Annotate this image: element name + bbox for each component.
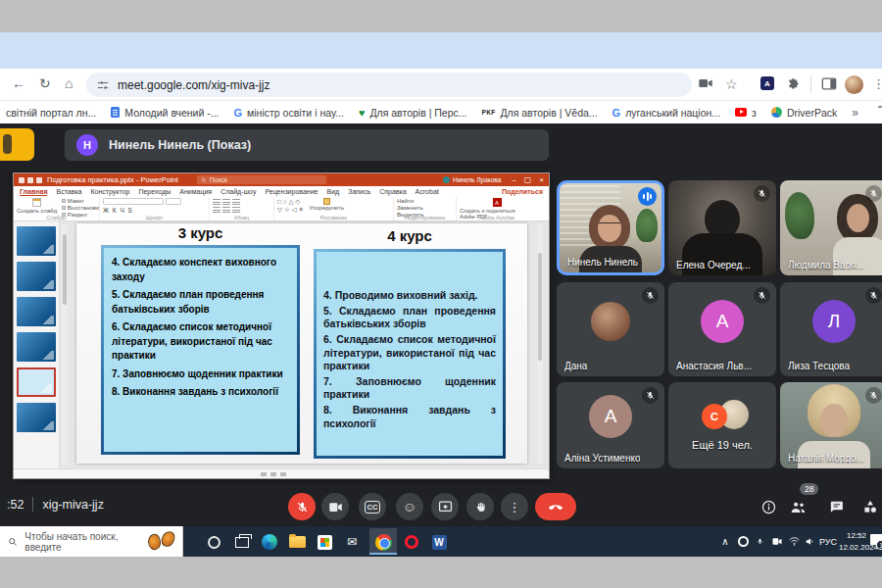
home-icon[interactable]: ⌂ (65, 76, 73, 90)
opera-icon[interactable] (402, 532, 421, 552)
participant-tile[interactable]: Дана (557, 282, 664, 376)
ppt-maximize-button[interactable]: ▢ (524, 175, 532, 184)
participants-panel-icon[interactable] (786, 495, 809, 518)
layout-button[interactable]: Макет (62, 198, 100, 204)
list-icon[interactable] (222, 207, 230, 213)
slide-thumbnail[interactable] (17, 332, 56, 362)
font-size-box[interactable] (166, 198, 181, 205)
ppt-tab-view[interactable]: Вид (327, 188, 340, 195)
ppt-tab-insert[interactable]: Вставка (56, 188, 81, 195)
ppt-tab-slideshow[interactable]: Слайд-шоу (220, 188, 256, 195)
chrome-icon[interactable] (373, 532, 393, 552)
shapes-gallery[interactable]: □ ○ △ ◇ ▽ ☆ ◁ ✳ (277, 198, 304, 214)
bookmarks-overflow-icon[interactable]: » (852, 106, 858, 120)
ppt-tab-review[interactable]: Рецензирование (265, 188, 318, 195)
participant-tile[interactable]: А Аліна Устименко (557, 382, 664, 468)
font-style-buttons[interactable]: Ж К Ч S (103, 207, 206, 214)
find-button[interactable]: Найти (397, 198, 453, 204)
adobe-extension-icon[interactable]: A (760, 76, 774, 90)
camera-in-use-icon[interactable] (698, 76, 713, 90)
bookmark-item[interactable]: Молодий вчений -... (111, 107, 219, 119)
more-options-icon[interactable]: ⋮ (501, 493, 528, 520)
ppt-search-box[interactable]: Поиск (197, 175, 326, 184)
file-explorer-icon[interactable] (287, 532, 307, 552)
task-view-icon[interactable] (232, 532, 252, 552)
slide-thumbnail-selected[interactable] (17, 368, 56, 397)
camera-toggle-button[interactable] (321, 493, 349, 520)
tray-network-icon[interactable] (786, 526, 803, 557)
comments-icon[interactable] (270, 472, 276, 476)
participant-tile[interactable]: А Анастасия Льв... (668, 282, 776, 376)
captions-button[interactable]: CC (359, 493, 386, 520)
bookmark-star-icon[interactable]: ☆ (725, 76, 738, 92)
slide-thumbnail[interactable] (17, 262, 56, 291)
ppt-account[interactable]: Нинель Лракова (443, 176, 501, 183)
bookmark-item[interactable]: DriverPack (771, 107, 837, 119)
ppt-tab-animations[interactable]: Анимация (179, 188, 212, 195)
activities-icon[interactable] (858, 495, 882, 518)
yellow-side-tab[interactable] (0, 128, 34, 161)
bookmark-item[interactable]: PKFДля авторів | Vĕda... (482, 107, 598, 119)
slide-thumbnail[interactable] (17, 297, 56, 326)
bookmark-item[interactable]: ♥Для авторів | Перс... (359, 107, 467, 119)
meeting-details-icon[interactable] (757, 495, 780, 518)
word-icon[interactable]: W (429, 532, 449, 552)
notes-icon[interactable] (261, 472, 267, 476)
bookmark-item[interactable]: з (735, 107, 757, 119)
raise-hand-button[interactable] (466, 493, 494, 520)
align-icon[interactable] (213, 199, 220, 205)
tray-volume-icon[interactable] (802, 526, 817, 557)
tray-camera-icon[interactable] (768, 526, 786, 557)
bookmark-item[interactable]: Gміністр освіти і нау... (234, 107, 344, 119)
view-icon[interactable] (280, 472, 286, 476)
extensions-puzzle-icon[interactable] (786, 76, 801, 91)
tray-mic-icon[interactable] (752, 526, 767, 557)
ppt-tab-transitions[interactable]: Переходы (138, 188, 171, 195)
participant-tile[interactable]: Людмила Варя... (780, 180, 882, 275)
cortana-icon[interactable] (204, 532, 223, 552)
language-indicator[interactable]: РУС (816, 526, 840, 557)
participant-tile[interactable]: Елена Очеред... (668, 180, 776, 275)
align-icon[interactable] (222, 199, 230, 205)
ppt-share-button[interactable]: Поделиться (502, 188, 543, 195)
participant-tile[interactable]: Нинель Нинель (557, 180, 664, 275)
url-input[interactable]: meet.google.com/xig-miva-jjz (86, 73, 692, 97)
chat-panel-icon[interactable] (824, 495, 848, 518)
participant-tile[interactable]: Наталія Мордо... (780, 382, 882, 468)
new-slide-button[interactable]: Создать слайд (17, 198, 57, 214)
profile-avatar[interactable] (845, 75, 863, 94)
ppt-minimize-button[interactable]: – (512, 175, 515, 184)
ppt-close-button[interactable]: × (539, 175, 544, 184)
mic-toggle-button[interactable] (288, 493, 316, 520)
tray-chevron-icon[interactable]: ∧ (718, 526, 732, 557)
back-icon[interactable]: ← (12, 76, 25, 90)
arrange-button[interactable]: Упорядочить (309, 198, 344, 211)
font-name-box[interactable] (103, 198, 164, 205)
end-call-button[interactable] (535, 493, 576, 520)
slide-thumbnail[interactable] (17, 403, 56, 432)
microsoft-store-icon[interactable] (315, 532, 334, 552)
list-icon[interactable] (213, 207, 220, 213)
site-settings-icon[interactable] (96, 78, 110, 92)
mail-icon[interactable]: ✉ (342, 532, 362, 552)
present-screen-button[interactable] (431, 493, 459, 520)
reload-icon[interactable]: ↻ (39, 76, 51, 90)
taskbar-search-box[interactable]: Чтобы начать поиск, введите (0, 526, 183, 557)
browser-menu-icon[interactable]: ⋮ (872, 76, 882, 91)
tray-app-icon[interactable] (735, 526, 751, 557)
slide-scrollbar[interactable] (537, 223, 543, 464)
quick-access-toolbar[interactable] (19, 177, 42, 183)
participant-tile[interactable]: Л Лиза Тесцова (780, 282, 882, 376)
reset-button[interactable]: Восстановить (62, 205, 100, 211)
bookmark-item[interactable]: світній портал лн... (6, 107, 96, 119)
ppt-tab-home[interactable]: Главная (20, 188, 47, 196)
ppt-tab-record[interactable]: Запись (348, 188, 370, 195)
ppt-tab-acrobat[interactable]: Acrobat (416, 188, 439, 195)
side-panel-icon[interactable] (821, 76, 837, 91)
list-icon[interactable] (232, 207, 240, 213)
thumbnail-scrollbar[interactable] (62, 224, 68, 466)
bookmark-item[interactable]: Gлуганський націон... (612, 107, 721, 119)
align-icon[interactable] (232, 199, 240, 205)
ppt-tab-help[interactable]: Справка (379, 188, 406, 195)
ppt-tab-design[interactable]: Конструктор (91, 188, 130, 195)
